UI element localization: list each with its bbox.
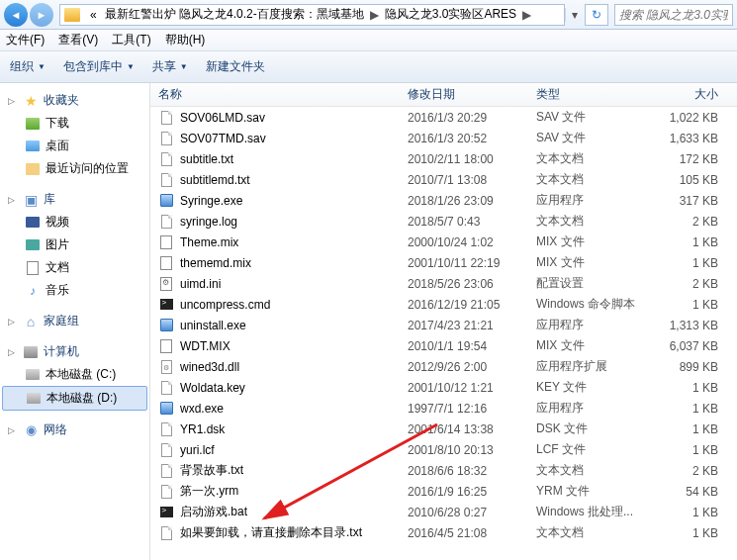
sidebar-disk-c[interactable]: 本地磁盘 (C:)	[0, 363, 149, 386]
search-input[interactable]	[619, 8, 728, 22]
breadcrumb[interactable]: « 最新红警出炉 隐风之龙4.0.2-百度搜索：黑域基地 ▶ 隐风之龙3.0实验…	[59, 4, 565, 26]
refresh-button[interactable]: ↻	[585, 4, 608, 26]
breadcrumb-dropdown[interactable]: ▾	[565, 8, 583, 22]
download-icon	[26, 118, 40, 130]
sidebar-network[interactable]: ▷◉网络	[0, 419, 149, 441]
col-date[interactable]: 修改日期	[400, 86, 528, 103]
file-icon	[158, 214, 174, 230]
file-type: 文本文档	[528, 171, 647, 188]
sidebar-disk-d[interactable]: 本地磁盘 (D:)	[2, 386, 147, 411]
file-icon	[158, 255, 174, 271]
file-row[interactable]: 第一次.yrm2016/1/9 16:25YRM 文件54 KB	[150, 481, 737, 502]
file-type: 应用程序	[528, 317, 647, 333]
file-name: thememd.mix	[180, 256, 400, 270]
sidebar-favorites[interactable]: ▷★收藏夹	[0, 89, 149, 112]
file-date: 2001/6/14 13:38	[400, 422, 528, 436]
file-icon	[158, 338, 174, 354]
file-row[interactable]: 背景故事.txt2018/6/6 18:32文本文档2 KB	[150, 460, 737, 481]
organize-button[interactable]: 组织▼	[10, 58, 46, 75]
file-row[interactable]: 启动游戏.bat2010/6/28 0:27Windows 批处理...1 KB	[150, 502, 737, 522]
file-row[interactable]: yuri.lcf2001/8/10 20:13LCF 文件1 KB	[150, 439, 737, 460]
menu-help[interactable]: 帮助(H)	[165, 32, 206, 48]
file-row[interactable]: YR1.dsk2001/6/14 13:38DSK 文件1 KB	[150, 419, 737, 439]
include-library-button[interactable]: 包含到库中▼	[63, 58, 135, 75]
file-type: KEY 文件	[528, 379, 647, 396]
chevron-down-icon: ▼	[127, 62, 135, 71]
share-button[interactable]: 共享▼	[152, 58, 188, 75]
file-size: 172 KB	[647, 152, 726, 166]
col-size[interactable]: 大小	[647, 86, 726, 103]
file-size: 1 KB	[647, 506, 726, 519]
file-row[interactable]: wined3d.dll2012/9/26 2:00应用程序扩展899 KB	[150, 356, 737, 377]
file-type: 文本文档	[528, 462, 647, 479]
file-date: 2016/1/3 20:29	[400, 111, 528, 125]
music-icon: ♪	[24, 283, 42, 299]
file-size: 1 KB	[647, 443, 726, 457]
file-date: 2017/4/23 21:21	[400, 319, 528, 332]
col-name[interactable]: 名称	[150, 86, 400, 103]
col-type[interactable]: 类型	[528, 86, 647, 103]
menu-view[interactable]: 查看(V)	[58, 32, 98, 48]
file-row[interactable]: 如果要卸载，请直接删除本目录.txt2016/4/5 21:08文本文档1 KB	[150, 522, 737, 543]
file-size: 6,037 KB	[647, 339, 726, 353]
sidebar-desktop[interactable]: 桌面	[0, 135, 149, 157]
file-row[interactable]: thememd.mix2001/10/11 22:19MIX 文件1 KB	[150, 252, 737, 273]
file-type: 文本文档	[528, 213, 647, 230]
file-name: Theme.mix	[180, 235, 400, 249]
sidebar-pictures[interactable]: 图片	[0, 233, 149, 256]
file-row[interactable]: Woldata.key2001/10/12 1:21KEY 文件1 KB	[150, 377, 737, 398]
sidebar-downloads[interactable]: 下载	[0, 112, 149, 135]
file-row[interactable]: uimd.ini2018/5/26 23:06配置设置2 KB	[150, 273, 737, 294]
file-name: uimd.ini	[180, 277, 400, 291]
file-row[interactable]: SOV07TMD.sav2016/1/3 20:52SAV 文件1,633 KB	[150, 128, 737, 148]
menu-bar: 文件(F) 查看(V) 工具(T) 帮助(H)	[0, 30, 737, 51]
file-date: 2016/1/3 20:52	[400, 132, 528, 145]
file-type: MIX 文件	[528, 254, 647, 271]
menu-file[interactable]: 文件(F)	[6, 32, 45, 48]
breadcrumb-item[interactable]: 最新红警出炉 隐风之龙4.0.2-百度搜索：黑域基地	[101, 6, 368, 23]
sidebar-libraries[interactable]: ▷▣库	[0, 188, 149, 211]
file-row[interactable]: SOV06LMD.sav2016/1/3 20:29SAV 文件1,022 KB	[150, 107, 737, 128]
sidebar-homegroup[interactable]: ▷⌂家庭组	[0, 310, 149, 332]
file-size: 899 KB	[647, 360, 726, 374]
file-size: 1 KB	[647, 381, 726, 395]
file-row[interactable]: Theme.mix2000/10/24 1:02MIX 文件1 KB	[150, 232, 737, 252]
file-row[interactable]: uncompress.cmd2016/12/19 21:05Windows 命令…	[150, 294, 737, 315]
desktop-icon	[26, 140, 40, 151]
chevron-right-icon: ▶	[368, 8, 381, 22]
sidebar-videos[interactable]: 视频	[0, 211, 149, 233]
forward-button[interactable]: ►	[30, 3, 53, 27]
file-type: 文本文档	[528, 524, 647, 541]
sidebar-computer[interactable]: ▷计算机	[0, 340, 149, 363]
file-row[interactable]: Syringe.exe2018/1/26 23:09应用程序317 KB	[150, 190, 737, 211]
file-row[interactable]: subtitlemd.txt2010/7/1 13:08文本文档105 KB	[150, 169, 737, 190]
back-button[interactable]: ◄	[4, 3, 28, 27]
file-icon	[158, 525, 174, 541]
new-folder-button[interactable]: 新建文件夹	[206, 58, 265, 75]
file-name: 背景故事.txt	[180, 462, 400, 479]
file-row[interactable]: wxd.exe1997/7/1 12:16应用程序1 KB	[150, 398, 737, 419]
file-row[interactable]: WDT.MIX2010/1/1 19:54MIX 文件6,037 KB	[150, 335, 737, 356]
file-type: Windows 批处理...	[528, 504, 647, 520]
sidebar-documents[interactable]: 文档	[0, 256, 149, 279]
breadcrumb-item[interactable]: 隐风之龙3.0实验区ARES	[381, 6, 520, 23]
video-icon	[26, 217, 40, 228]
sidebar-music[interactable]: ♪音乐	[0, 279, 149, 302]
breadcrumb-prefix[interactable]: «	[86, 8, 101, 22]
file-row[interactable]: syringe.log2018/5/7 0:43文本文档2 KB	[150, 211, 737, 232]
search-box[interactable]	[614, 4, 733, 26]
homegroup-icon: ⌂	[22, 314, 40, 329]
address-bar: ◄ ► « 最新红警出炉 隐风之龙4.0.2-百度搜索：黑域基地 ▶ 隐风之龙3…	[0, 0, 737, 30]
chevron-right-icon: ▶	[520, 8, 533, 22]
file-icon	[158, 318, 174, 333]
file-row[interactable]: uninstall.exe2017/4/23 21:21应用程序1,313 KB	[150, 315, 737, 335]
sidebar-recent[interactable]: 最近访问的位置	[0, 157, 149, 180]
file-type: 配置设置	[528, 275, 647, 292]
file-row[interactable]: subtitle.txt2010/2/11 18:00文本文档172 KB	[150, 148, 737, 169]
menu-tools[interactable]: 工具(T)	[112, 32, 150, 48]
file-date: 2018/5/26 23:06	[400, 277, 528, 291]
file-date: 2016/12/19 21:05	[400, 298, 528, 312]
disk-icon	[26, 369, 40, 380]
file-type: 文本文档	[528, 150, 647, 167]
file-size: 1,313 KB	[647, 319, 726, 332]
